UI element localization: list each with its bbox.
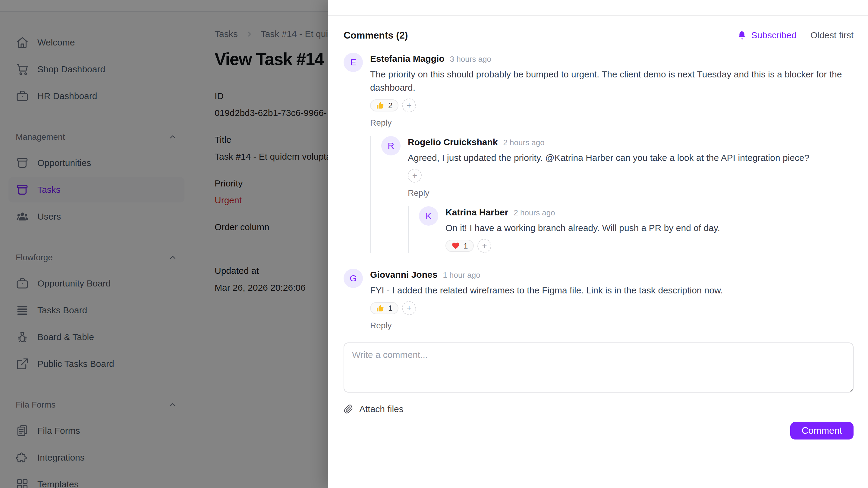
reaction-pill[interactable]: 1 (370, 302, 398, 314)
panel-header-bar (328, 0, 868, 16)
paperclip-icon (344, 404, 353, 414)
reaction-pill[interactable]: 1 (445, 240, 474, 252)
comment-input[interactable] (344, 343, 854, 392)
subscribed-button[interactable]: Subscribed (738, 30, 797, 40)
reaction-count: 1 (388, 304, 393, 313)
sort-order-button[interactable]: Oldest first (810, 30, 854, 40)
comments-header: Comments (2) Subscribed Oldest first (344, 29, 854, 41)
reaction-count: 1 (464, 241, 468, 251)
avatar: G (344, 269, 363, 288)
comment-reply: R Rogelio Cruickshank 2 hours ago Agreed… (381, 136, 854, 253)
comments-title: Comments (2) (344, 30, 408, 41)
avatar: K (419, 206, 438, 226)
reactions-row: 1 + (370, 301, 854, 315)
panel-body: Comments (2) Subscribed Oldest first E (328, 16, 868, 487)
add-reaction-button[interactable]: + (477, 239, 491, 253)
avatar: E (344, 53, 363, 72)
comments-header-actions: Subscribed Oldest first (738, 30, 854, 40)
avatar-initial: R (388, 141, 394, 151)
attach-files-label: Attach files (359, 404, 404, 414)
comment-timestamp: 1 hour ago (443, 270, 480, 280)
bell-icon (738, 30, 747, 40)
comment-reply: K Katrina Harber 2 hours ago (419, 206, 854, 253)
comment-text: FYI - I added the related wireframes to … (370, 284, 854, 297)
comment-timestamp: 2 hours ago (503, 138, 544, 147)
reactions-row: 1 + (445, 238, 854, 253)
reactions-row: 2 + (370, 98, 854, 113)
comment: E Estefania Maggio 3 hours ago The prior… (344, 53, 854, 253)
comments-list: E Estefania Maggio 3 hours ago The prior… (344, 53, 854, 330)
avatar: R (381, 136, 401, 156)
composer-actions: Comment (344, 422, 854, 440)
reply-button[interactable]: Reply (370, 118, 392, 128)
comment-text: On it! I have a working branch already. … (445, 221, 854, 235)
comment-submit-button[interactable]: Comment (790, 422, 854, 440)
comment-composer: Attach files Comment (344, 343, 854, 440)
comment-author: Katrina Harber (445, 207, 508, 218)
comment-meta: Estefania Maggio 3 hours ago (370, 53, 854, 64)
comment-text: The priority on this should probably be … (370, 68, 854, 94)
comment-meta: Rogelio Cruickshank 2 hours ago (408, 136, 854, 147)
subscribed-label: Subscribed (751, 30, 797, 40)
thumbs-up-icon (376, 101, 384, 110)
avatar-initial: E (350, 57, 356, 67)
comment-timestamp: 3 hours ago (450, 55, 491, 64)
heart-icon (452, 241, 460, 250)
comment: G Giovanni Jones 1 hour ago FYI - I adde… (344, 269, 854, 330)
comment-text: Agreed, I just updated the priority. @Ka… (408, 151, 854, 164)
comment-meta: Katrina Harber 2 hours ago (445, 206, 854, 218)
add-reaction-button[interactable]: + (408, 169, 422, 183)
reactions-row: + (408, 168, 854, 183)
comment-meta: Giovanni Jones 1 hour ago (370, 269, 854, 280)
avatar-initial: G (350, 273, 356, 284)
reply-button[interactable]: Reply (370, 321, 392, 330)
attach-files-button[interactable]: Attach files (344, 404, 404, 414)
add-reaction-button[interactable]: + (402, 301, 416, 315)
reaction-pill[interactable]: 2 (370, 99, 398, 111)
avatar-initial: K (426, 211, 432, 221)
comment-author: Rogelio Cruickshank (408, 137, 498, 147)
replies-thread: K Katrina Harber 2 hours ago (408, 206, 854, 253)
comments-panel: Comments (2) Subscribed Oldest first E (328, 0, 868, 488)
comment-author: Estefania Maggio (370, 54, 444, 64)
add-reaction-button[interactable]: + (402, 98, 416, 112)
comment-author: Giovanni Jones (370, 270, 437, 280)
replies-thread: R Rogelio Cruickshank 2 hours ago Agreed… (370, 136, 854, 253)
comment-timestamp: 2 hours ago (514, 208, 555, 218)
reply-button[interactable]: Reply (408, 188, 430, 198)
reaction-count: 2 (388, 101, 393, 110)
thumbs-up-icon (376, 304, 384, 313)
